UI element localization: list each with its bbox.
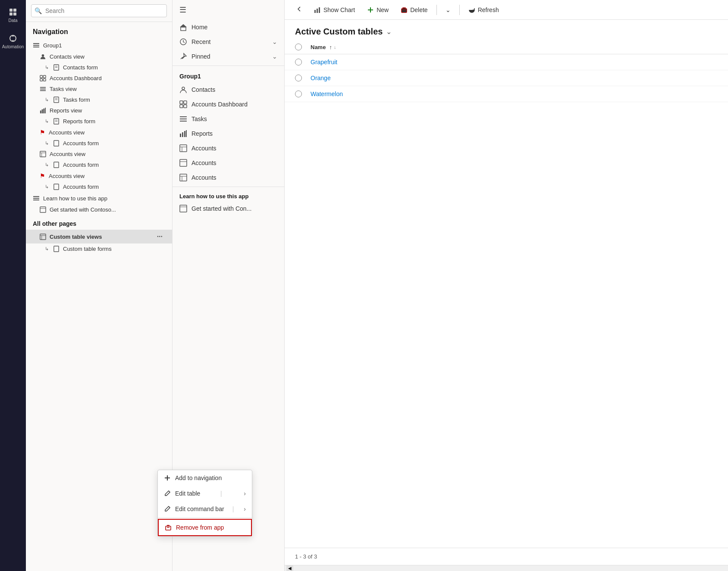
- refresh-button[interactable]: Refresh: [463, 4, 504, 16]
- svg-rect-54: [180, 116, 187, 117]
- svg-rect-1: [13, 9, 16, 12]
- more-button[interactable]: ⌄: [440, 4, 456, 16]
- flyout-item-accounts-3[interactable]: Accounts: [173, 170, 284, 185]
- svg-rect-36: [54, 184, 59, 190]
- svg-rect-75: [314, 10, 316, 13]
- nav-item-accounts-view-3[interactable]: ⚑ Accounts view: [26, 170, 172, 181]
- nav-group1-label: Group1: [43, 42, 62, 49]
- row-link-1[interactable]: Orange: [311, 75, 331, 81]
- svg-rect-16: [40, 78, 43, 81]
- flyout-item-contacts[interactable]: Contacts: [173, 82, 284, 97]
- back-button[interactable]: [292, 3, 307, 16]
- svg-rect-57: [180, 134, 181, 137]
- flyout-item-get-started[interactable]: Get started with Con...: [173, 201, 284, 216]
- nav-item-custom-table-views[interactable]: Custom table views ···: [26, 230, 172, 243]
- select-all-radio[interactable]: [295, 44, 302, 50]
- flyout-learn-label: Learn how to use this app: [173, 189, 284, 201]
- sort-desc-icon[interactable]: ↓: [334, 44, 336, 50]
- flyout-item-reports[interactable]: Reports: [173, 126, 284, 141]
- sidebar-automation-icon[interactable]: Automation: [0, 31, 26, 53]
- flyout-item-accounts-2[interactable]: Accounts: [173, 156, 284, 170]
- flyout-item-tasks[interactable]: Tasks: [173, 112, 284, 126]
- svg-rect-80: [402, 9, 407, 12]
- svg-rect-25: [42, 109, 43, 113]
- nav-item-custom-table-forms[interactable]: ↳ Custom table forms: [26, 243, 172, 254]
- svg-rect-9: [33, 47, 39, 47]
- sub-arrow-icon3: ↳: [45, 119, 49, 124]
- svg-rect-18: [40, 87, 46, 88]
- svg-rect-7: [33, 43, 39, 44]
- nav-item-reports-form[interactable]: ↳ Reports form: [26, 116, 172, 127]
- context-edit-command-bar[interactable]: Edit command bar | ›: [158, 501, 252, 517]
- flyout-header: ☰: [173, 0, 284, 20]
- scrollbar-area[interactable]: ◀: [285, 565, 728, 571]
- nav-item-accounts-form-1[interactable]: ↳ Accounts form: [26, 138, 172, 149]
- context-add-navigation[interactable]: Add to navigation: [158, 470, 252, 486]
- svg-rect-66: [180, 174, 187, 181]
- row-link-2[interactable]: Watermelon: [311, 90, 343, 97]
- sidebar-data-icon[interactable]: Data: [0, 4, 26, 26]
- pagination-info: 1 - 3 of 3: [285, 548, 728, 565]
- table-row-1[interactable]: Orange: [285, 70, 728, 86]
- flag-icon-2: ⚑: [40, 172, 45, 179]
- context-edit-table[interactable]: Edit table | ›: [158, 486, 252, 501]
- svg-rect-37: [33, 196, 39, 197]
- nav-item-tasks-view[interactable]: Tasks view: [26, 84, 172, 94]
- context-remove-from-app[interactable]: Remove from app: [158, 519, 252, 536]
- flyout-item-pinned[interactable]: Pinned ⌄: [173, 49, 284, 64]
- row-link-0[interactable]: Grapefruit: [311, 59, 337, 66]
- svg-rect-42: [40, 234, 46, 239]
- search-input[interactable]: [31, 4, 167, 17]
- scroll-left-button[interactable]: ◀: [286, 565, 293, 571]
- nav-item-accounts-dashboard[interactable]: Accounts Dashboard: [26, 73, 172, 84]
- row-radio-2[interactable]: [295, 90, 302, 97]
- flyout-item-accounts-1[interactable]: Accounts: [173, 141, 284, 156]
- nav-item-get-started[interactable]: Get started with Contoso...: [26, 204, 172, 215]
- row-radio-1[interactable]: [295, 75, 302, 81]
- nav-item-tasks-form[interactable]: ↳ Tasks form: [26, 94, 172, 105]
- row-radio-0[interactable]: [295, 59, 302, 66]
- col-name-header[interactable]: Name ↑ ↓: [311, 44, 336, 50]
- svg-rect-55: [180, 119, 187, 119]
- nav-title: Navigation: [26, 22, 172, 39]
- svg-rect-27: [45, 108, 46, 113]
- show-chart-button[interactable]: Show Chart: [309, 4, 360, 16]
- search-bar: 🔍: [26, 0, 172, 22]
- table-row-2[interactable]: Watermelon: [285, 86, 728, 102]
- svg-rect-2: [9, 12, 13, 16]
- svg-rect-17: [43, 78, 46, 81]
- table-row-0[interactable]: Grapefruit: [285, 54, 728, 70]
- sub-arrow-icon6: ↳: [45, 184, 49, 190]
- main-title-chevron-icon[interactable]: ⌄: [386, 28, 392, 36]
- svg-rect-59: [184, 131, 185, 137]
- flyout-group1-label: Group1: [173, 68, 284, 82]
- nav-item-contacts-view[interactable]: Contacts view: [26, 51, 172, 62]
- icon-sidebar: Data Automation: [0, 0, 26, 571]
- flyout-item-accounts-dashboard[interactable]: Accounts Dashboard: [173, 97, 284, 112]
- delete-button[interactable]: Delete: [395, 4, 433, 16]
- sub-arrow-icon7: ↳: [45, 246, 49, 252]
- hamburger-icon[interactable]: ☰: [179, 5, 186, 15]
- main-toolbar: Show Chart New Delete ⌄ Refresh: [285, 0, 728, 20]
- svg-rect-35: [54, 162, 59, 168]
- main-title-bar: Active Custom tables ⌄: [285, 20, 728, 40]
- nav-item-accounts-form-2[interactable]: ↳ Accounts form: [26, 159, 172, 170]
- nav-item-accounts-view-1[interactable]: ⚑ Accounts view: [26, 127, 172, 138]
- recent-chevron-icon: ⌄: [272, 38, 277, 45]
- dots-menu-btn[interactable]: ···: [154, 232, 165, 241]
- main-area: Show Chart New Delete ⌄ Refresh Active C…: [285, 0, 728, 571]
- nav-item-reports-view[interactable]: Reports view: [26, 105, 172, 116]
- svg-rect-51: [184, 101, 187, 104]
- edit-table-arrow-icon: ›: [244, 490, 246, 497]
- flyout-item-home[interactable]: Home: [173, 20, 284, 34]
- sub-arrow-icon4: ↳: [45, 140, 49, 146]
- nav-item-accounts-view-2[interactable]: Accounts view: [26, 149, 172, 159]
- flyout-item-recent[interactable]: Recent ⌄: [173, 34, 284, 49]
- nav-learn-header: Learn how to use this app: [26, 192, 172, 204]
- nav-item-accounts-form-3[interactable]: ↳ Accounts form: [26, 181, 172, 192]
- new-button[interactable]: New: [362, 4, 394, 16]
- nav-item-contacts-form[interactable]: ↳ Contacts form: [26, 62, 172, 73]
- svg-rect-39: [33, 200, 39, 200]
- search-icon: 🔍: [35, 7, 42, 14]
- sub-arrow-icon5: ↳: [45, 162, 49, 168]
